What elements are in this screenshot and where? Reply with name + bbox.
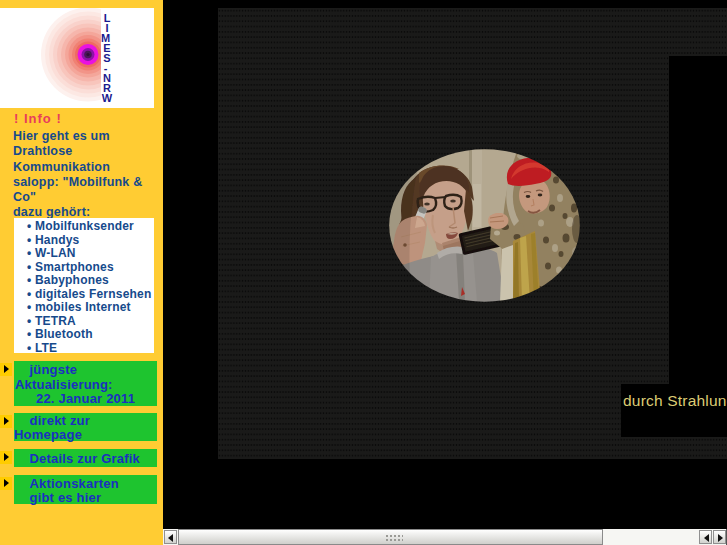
svg-text:LIM ES- NRW: LIM ES- NRW bbox=[101, 12, 113, 104]
